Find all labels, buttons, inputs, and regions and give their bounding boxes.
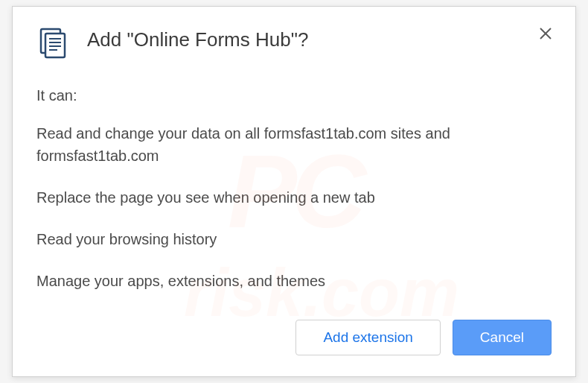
permission-item: Read and change your data on all formsfa… [36,122,552,167]
close-icon [539,27,552,40]
dialog-title: Add "Online Forms Hub"? [87,28,552,53]
permission-item: Replace the page you see when opening a … [36,186,552,209]
extension-install-dialog: PC risk.com Add "Online Forms Hub"? [12,6,576,377]
cancel-button[interactable]: Cancel [453,320,552,355]
permission-item: Manage your apps, extensions, and themes [36,270,552,292]
permissions-section: It can: Read and change your data on all… [36,87,552,320]
close-button[interactable] [537,25,555,42]
dialog-header: Add "Online Forms Hub"? [36,28,552,60]
add-extension-button[interactable]: Add extension [295,320,440,355]
it-can-label: It can: [36,87,552,104]
dialog-buttons: Add extension Cancel [36,320,552,355]
permission-item: Read your browsing history [36,228,552,250]
extension-icon [36,28,69,60]
